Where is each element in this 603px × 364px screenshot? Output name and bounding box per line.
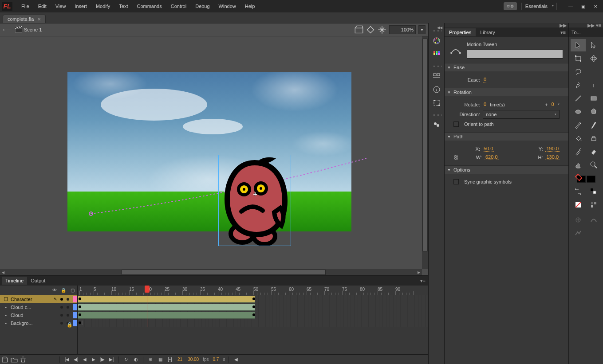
- goto-last-icon[interactable]: ▶|: [108, 356, 115, 363]
- layer-row[interactable]: 🞎 Character ✎: [0, 295, 77, 303]
- panel-menu-icon[interactable]: ▾≡: [560, 30, 568, 35]
- no-color-icon[interactable]: [571, 199, 586, 211]
- path-y-value[interactable]: 190.0: [545, 146, 560, 152]
- stage-area[interactable]: ◀▶ ▲: [0, 36, 428, 275]
- link-icon[interactable]: ⛓: [453, 155, 460, 160]
- path-h-value[interactable]: 130.0: [545, 154, 560, 160]
- character-symbol[interactable]: [218, 155, 291, 246]
- free-transform-tool[interactable]: [571, 52, 586, 65]
- menu-insert[interactable]: Insert: [70, 2, 91, 11]
- options-icon[interactable]: [587, 199, 602, 211]
- ease-section-header[interactable]: ▼Ease: [445, 63, 568, 71]
- loop-icon[interactable]: ↻: [122, 356, 130, 363]
- pen-tool[interactable]: [571, 79, 586, 91]
- oval-tool[interactable]: [571, 106, 586, 118]
- rotate-value[interactable]: 0: [483, 102, 487, 107]
- tab-output[interactable]: Output: [27, 277, 49, 285]
- time-value[interactable]: 0.7: [212, 357, 221, 362]
- layer-row[interactable]: ▪ Cloud: [0, 311, 77, 319]
- goto-first-icon[interactable]: |◀: [63, 356, 71, 363]
- tab-timeline[interactable]: Timeline: [2, 277, 27, 285]
- menu-edit[interactable]: Edit: [34, 2, 51, 11]
- menu-debug[interactable]: Debug: [191, 2, 214, 11]
- text-tool[interactable]: T: [587, 79, 602, 91]
- current-frame-value[interactable]: 21: [176, 357, 184, 362]
- snap-to-object-icon[interactable]: [571, 214, 586, 226]
- center-stage-icon[interactable]: [378, 25, 386, 34]
- stage-canvas[interactable]: [67, 72, 351, 231]
- outline-header-icon[interactable]: ▢: [69, 288, 75, 293]
- stroke-color-swatch[interactable]: [577, 176, 586, 183]
- onion-skin-icon[interactable]: ◐: [132, 356, 139, 363]
- menu-modify[interactable]: Modify: [91, 2, 114, 11]
- document-tab[interactable]: complete.fla ✕: [3, 15, 46, 23]
- paint-bucket-tool[interactable]: [571, 132, 586, 145]
- brush-tool[interactable]: [587, 119, 602, 131]
- eraser-tool[interactable]: [587, 145, 602, 158]
- fps-value[interactable]: 30.00: [186, 357, 200, 362]
- menu-file[interactable]: File: [17, 2, 34, 11]
- onion-outlines-icon[interactable]: ▦: [157, 356, 164, 363]
- transform-panel-icon[interactable]: [430, 97, 443, 109]
- hand-tool[interactable]: [571, 159, 586, 171]
- new-folder-icon[interactable]: [11, 356, 18, 363]
- menu-control[interactable]: Control: [166, 2, 191, 11]
- menu-help[interactable]: Help: [240, 2, 260, 11]
- sync-settings-button[interactable]: ⟳⚙: [504, 2, 517, 10]
- new-layer-icon[interactable]: [2, 356, 9, 363]
- zoom-tool[interactable]: [587, 159, 602, 171]
- layer-name[interactable]: Cloud c...: [11, 305, 59, 310]
- frame-row[interactable]: [78, 295, 428, 303]
- frame-row[interactable]: [78, 311, 428, 319]
- frame-row[interactable]: [78, 319, 428, 327]
- close-icon[interactable]: ✕: [37, 17, 41, 22]
- frame-ruler[interactable]: 151015202530354045505560657075808590: [78, 286, 428, 295]
- sync-checkbox[interactable]: [453, 179, 459, 184]
- layer-name[interactable]: Backgro...: [11, 321, 59, 326]
- smooth-icon[interactable]: [587, 214, 602, 226]
- swap-colors-icon[interactable]: [571, 185, 586, 198]
- tab-properties[interactable]: Properties: [445, 28, 476, 36]
- vertical-scrollbar[interactable]: ▲: [422, 36, 428, 269]
- layer-row[interactable]: ▪ Cloud c...: [0, 303, 77, 311]
- zoom-dropdown[interactable]: ▼: [418, 25, 426, 34]
- edit-scene-icon[interactable]: [355, 25, 363, 34]
- rotate-offset-value[interactable]: 0: [550, 102, 555, 107]
- panel-menu-icon[interactable]: ▾≡: [420, 278, 426, 284]
- menu-commands[interactable]: Commands: [132, 2, 166, 11]
- ink-bottle-tool[interactable]: [587, 132, 602, 145]
- swatches-panel-icon[interactable]: [430, 35, 443, 47]
- straighten-icon[interactable]: [571, 227, 586, 239]
- edit-multiple-icon[interactable]: [•]: [166, 356, 173, 363]
- rectangle-tool[interactable]: [587, 92, 602, 105]
- back-button[interactable]: ⟵: [3, 26, 12, 33]
- path-section-header[interactable]: ▼Path: [445, 133, 568, 141]
- play-icon[interactable]: ▶: [90, 356, 97, 363]
- fill-color-swatch[interactable]: [587, 176, 595, 183]
- tab-library[interactable]: Library: [476, 28, 500, 36]
- layer-name[interactable]: Character: [11, 297, 51, 302]
- frame-row[interactable]: [78, 303, 428, 311]
- color-panel-icon[interactable]: [430, 48, 443, 60]
- align-panel-icon[interactable]: [430, 70, 443, 82]
- layer-color-chip[interactable]: [73, 320, 77, 326]
- delete-layer-icon[interactable]: [20, 356, 27, 363]
- minimize-button[interactable]: —: [565, 2, 576, 10]
- layer-color-chip[interactable]: [73, 312, 77, 318]
- info-panel-icon[interactable]: i: [430, 83, 443, 96]
- menu-text[interactable]: Text: [114, 2, 132, 11]
- path-w-value[interactable]: 620.0: [485, 154, 499, 160]
- visibility-header-icon[interactable]: 👁: [51, 288, 58, 293]
- rotation-section-header[interactable]: ▼Rotation: [445, 88, 568, 96]
- instance-name-input[interactable]: [467, 50, 563, 59]
- step-back-icon[interactable]: ◀|: [72, 356, 79, 363]
- playhead[interactable]: [147, 286, 147, 327]
- layer-color-chip[interactable]: [73, 304, 77, 310]
- lasso-tool[interactable]: [571, 66, 586, 78]
- maximize-button[interactable]: ▣: [577, 2, 589, 10]
- lock-header-icon[interactable]: 🔒: [60, 288, 67, 293]
- orient-checkbox[interactable]: [453, 121, 459, 127]
- path-x-value[interactable]: 50.0: [483, 146, 494, 152]
- 3d-rotation-tool[interactable]: [587, 52, 602, 65]
- workspace-switcher[interactable]: Essentials: [521, 3, 557, 10]
